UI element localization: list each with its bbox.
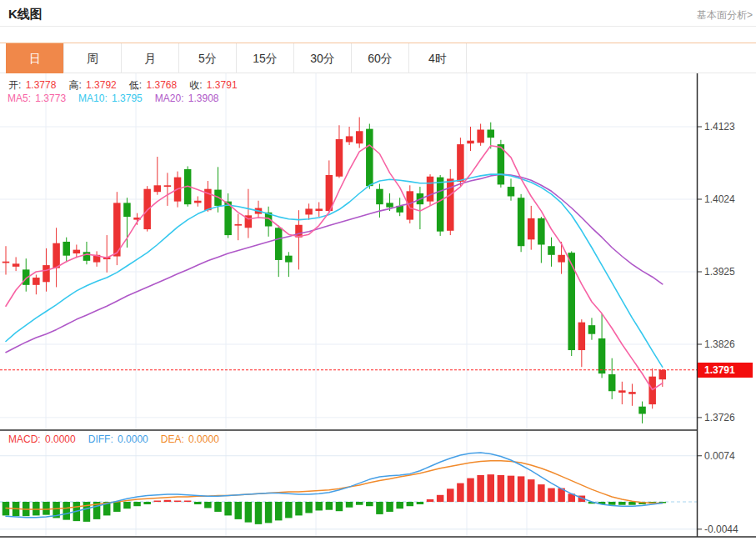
- macd-bar: [123, 502, 131, 508]
- candle-up: [164, 185, 172, 187]
- candle-down: [518, 198, 525, 246]
- macd-bar: [113, 502, 121, 512]
- candle-up: [467, 141, 474, 144]
- ma10-line: [6, 174, 663, 367]
- readout-label: 收:: [189, 79, 202, 91]
- axis-tick-label: 1.4123: [704, 120, 735, 133]
- macd-bar: [366, 502, 373, 506]
- macd-bar: [164, 500, 172, 502]
- tab-month[interactable]: 月: [121, 43, 179, 73]
- macd-bar: [326, 502, 333, 510]
- tab-week[interactable]: 周: [63, 43, 122, 73]
- candle-down: [437, 178, 444, 232]
- macd-bar: [508, 476, 515, 502]
- candle-down: [508, 187, 515, 196]
- macd-bar: [618, 502, 626, 505]
- tab-15min[interactable]: 15分: [236, 43, 294, 73]
- candle-down: [285, 256, 293, 263]
- readout-label: 高:: [68, 79, 81, 91]
- macd-bar: [427, 499, 434, 502]
- readout-label: 开:: [8, 79, 21, 91]
- period-tab-strip: 日周月5分15分30分60分4时: [0, 43, 756, 73]
- macd-bar: [548, 488, 555, 502]
- candle-up: [457, 144, 464, 182]
- macd-bar: [457, 483, 464, 502]
- macd-bar: [265, 502, 273, 523]
- macd-bar: [407, 502, 414, 506]
- macd-bar: [133, 502, 141, 506]
- kline-macd-canvas[interactable]: [0, 73, 756, 538]
- candle-up: [558, 255, 565, 263]
- readout-value: 0.0000: [186, 433, 219, 445]
- macd-bar: [488, 474, 495, 502]
- readout-value: 0.0000: [43, 433, 76, 445]
- candle-down: [608, 374, 616, 391]
- fundamental-analysis-link[interactable]: 基本面分析>: [697, 8, 753, 23]
- macd-bar: [33, 502, 40, 515]
- candle-up: [427, 177, 434, 202]
- readout-label: MA5:: [8, 93, 31, 104]
- candle-down: [588, 325, 596, 334]
- candle-up: [43, 265, 50, 282]
- tab-bar: 日周月5分15分30分60分4时: [7, 43, 467, 73]
- candle-down: [568, 253, 575, 350]
- tab-5min[interactable]: 5分: [178, 43, 237, 73]
- macd-bar: [184, 501, 192, 503]
- readout-value: 1.3778: [23, 79, 56, 91]
- macd-bar: [467, 478, 474, 502]
- readout-value: 1.3795: [109, 93, 143, 104]
- candle-up: [53, 243, 60, 268]
- macd-bar: [224, 502, 232, 515]
- candle-up: [407, 191, 414, 219]
- macd-bar: [386, 502, 393, 512]
- readout-label: DEA:: [161, 433, 184, 445]
- tab-30min[interactable]: 30分: [293, 43, 352, 73]
- page-title: K线图: [8, 7, 43, 23]
- tab-4hour[interactable]: 4时: [408, 43, 467, 73]
- current-price-tag: 1.3791: [698, 363, 753, 378]
- candle-down: [366, 129, 373, 187]
- candle-up: [3, 262, 10, 263]
- candle-down: [598, 338, 606, 373]
- readout-label: MA10:: [78, 93, 108, 104]
- macd-bar: [275, 502, 283, 520]
- tab-day[interactable]: 日: [6, 43, 64, 73]
- axis-tick-label: 1.3826: [704, 338, 735, 351]
- readout-value: 1.3791: [204, 79, 238, 91]
- candle-up: [33, 278, 40, 285]
- readout: DEA: 0.0000: [161, 433, 221, 445]
- readout-label: 低:: [129, 79, 142, 91]
- price-axis: 1.41231.40241.39251.38261.37260.0074-0.0…: [697, 73, 756, 538]
- macd-bar: [608, 502, 616, 505]
- candle-up: [528, 218, 535, 239]
- axis-tick-label: 0.0074: [704, 449, 735, 463]
- readout: DIFF: 0.0000: [88, 433, 150, 445]
- candle-down: [386, 203, 393, 207]
- readout: MA5: 1.3773: [8, 93, 68, 104]
- macd-bar: [154, 501, 162, 503]
- candle-up: [154, 185, 162, 192]
- candle-up: [346, 136, 353, 142]
- macd-bar: [417, 502, 424, 504]
- candle-up: [648, 377, 656, 404]
- candle-up: [194, 201, 202, 203]
- macd-bar: [295, 502, 303, 515]
- readout: 高: 1.3792: [68, 79, 118, 91]
- macd-bar: [285, 502, 293, 518]
- macd-bar: [518, 476, 525, 502]
- macd-bar: [63, 502, 70, 520]
- axis-tick-label: 1.4024: [704, 193, 735, 206]
- macd-bar: [235, 502, 243, 519]
- candle-down: [83, 252, 91, 261]
- candle-up: [628, 392, 636, 394]
- macd-bar: [498, 475, 505, 502]
- axis-tick-label: 1.3925: [704, 265, 735, 278]
- macd-bar: [255, 502, 263, 524]
- macd-bar: [396, 502, 403, 508]
- macd-bar: [336, 502, 343, 511]
- candle-down: [275, 228, 283, 260]
- tab-60min[interactable]: 60分: [351, 43, 409, 73]
- candle-up: [578, 323, 586, 350]
- candle-up: [235, 224, 243, 226]
- candle-up: [336, 139, 343, 177]
